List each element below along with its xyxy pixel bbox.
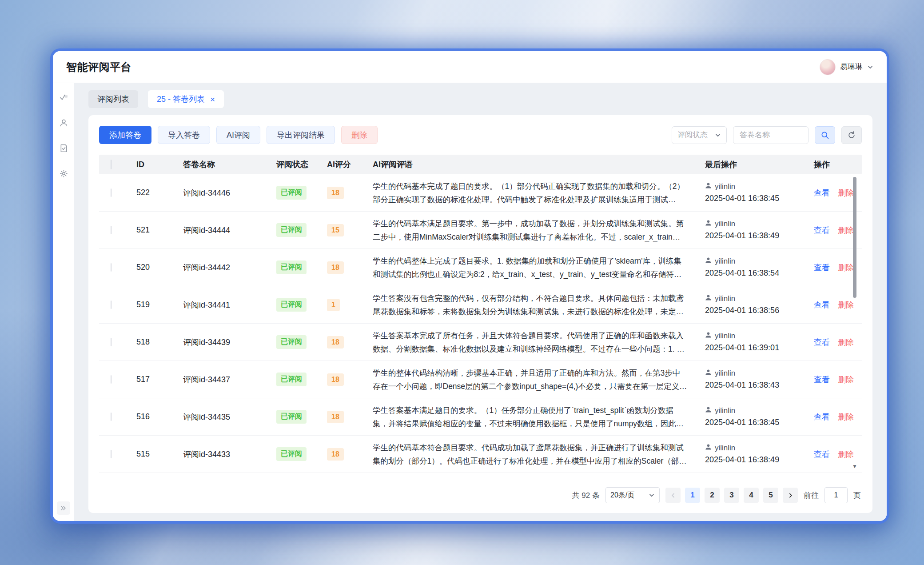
select-all-checkbox[interactable] xyxy=(111,160,112,169)
column-header-6: 操作 xyxy=(814,159,862,170)
score-badge: 1 xyxy=(327,299,340,311)
delete-link[interactable]: 删除 xyxy=(838,225,854,236)
answer-name-input[interactable] xyxy=(733,126,808,144)
view-link[interactable]: 查看 xyxy=(814,262,830,273)
row-checkbox-cell xyxy=(99,226,136,234)
cell-id: 518 xyxy=(136,337,183,347)
cell-last-operation: yilinlin2025-04-01 16:38:45 xyxy=(705,406,814,427)
row-checkbox[interactable] xyxy=(111,375,112,384)
cell-id: 522 xyxy=(136,188,183,197)
page-button-4[interactable]: 4 xyxy=(744,488,759,503)
row-checkbox[interactable] xyxy=(111,226,112,234)
next-page-button[interactable] xyxy=(783,488,798,503)
table-row: 516评阅id-34435已评阅18学生答案基本满足题目的要求。（1）任务部分正… xyxy=(99,398,862,436)
operator-name: yilinlin xyxy=(715,294,735,303)
add-answer-button[interactable]: 添加答卷 xyxy=(99,126,151,144)
view-link[interactable]: 查看 xyxy=(814,188,830,198)
status-badge: 已评阅 xyxy=(276,447,307,461)
page-size-select[interactable]: 20条/页 xyxy=(605,487,660,503)
page-button-3[interactable]: 3 xyxy=(724,488,739,503)
ai-review-button[interactable]: AI评阅 xyxy=(216,126,260,144)
view-link[interactable]: 查看 xyxy=(814,412,830,422)
operation-time: 2025-04-01 16:38:49 xyxy=(705,231,814,240)
import-answer-button[interactable]: 导入答卷 xyxy=(158,126,210,144)
sidebar xyxy=(53,83,74,521)
delete-link[interactable]: 删除 xyxy=(838,374,854,385)
row-checkbox-cell xyxy=(99,376,136,384)
cell-status: 已评阅 xyxy=(276,335,327,349)
person-icon xyxy=(705,332,712,341)
chevron-down-icon xyxy=(715,132,721,138)
row-checkbox[interactable] xyxy=(111,450,112,458)
view-link[interactable]: 查看 xyxy=(814,374,830,385)
operator-name: yilinlin xyxy=(715,257,735,266)
row-checkbox-cell xyxy=(99,301,136,309)
export-results-button[interactable]: 导出评阅结果 xyxy=(267,126,335,144)
row-checkbox[interactable] xyxy=(111,263,112,272)
view-link[interactable]: 查看 xyxy=(814,337,830,348)
operator: yilinlin xyxy=(705,220,814,228)
scroll-down-arrow-icon[interactable]: ▼ xyxy=(852,463,857,469)
row-checkbox[interactable] xyxy=(111,338,112,346)
status-badge: 已评阅 xyxy=(276,260,307,274)
page-button-5[interactable]: 5 xyxy=(763,488,778,503)
cell-status: 已评阅 xyxy=(276,260,327,274)
table-row: 520评阅id-34442已评阅18学生的代码整体上完成了题目要求。1. 数据集… xyxy=(99,249,862,286)
person-icon xyxy=(705,257,712,266)
page-button-2[interactable]: 2 xyxy=(705,488,720,503)
column-header-5: 最后操作 xyxy=(705,159,814,170)
view-link[interactable]: 查看 xyxy=(814,300,830,310)
cell-score: 18 xyxy=(327,261,373,274)
tab-label: 25 - 答卷列表 xyxy=(157,94,205,104)
table-scrollbar[interactable] xyxy=(853,177,856,298)
user-menu[interactable]: 易琳琳 xyxy=(820,59,873,75)
view-link[interactable]: 查看 xyxy=(814,449,830,460)
sidebar-expand-button[interactable] xyxy=(57,501,70,515)
cell-ai-comment: 学生答案没有包含完整的代码，仅有部分结构，不符合题目要求。具体问题包括：未加载鸢… xyxy=(373,292,705,318)
cell-actions: 查看删除 xyxy=(814,374,862,385)
operator: yilinlin xyxy=(705,294,814,303)
person-icon xyxy=(705,406,712,415)
prev-page-button[interactable] xyxy=(665,488,681,503)
delete-link[interactable]: 删除 xyxy=(838,188,854,198)
delete-link[interactable]: 删除 xyxy=(838,300,854,310)
score-badge: 18 xyxy=(327,373,344,386)
row-checkbox[interactable] xyxy=(111,413,112,421)
status-filter-select[interactable]: 评阅状态 xyxy=(672,126,727,144)
close-icon[interactable]: × xyxy=(210,95,215,104)
review-checklist-icon[interactable] xyxy=(59,93,68,102)
tab-answer-list[interactable]: 25 - 答卷列表 × xyxy=(148,90,224,108)
goto-page-input[interactable] xyxy=(824,487,848,503)
cell-ai-comment: 学生的代码整体上完成了题目要求。1. 数据集的加载和划分正确使用了'sklear… xyxy=(373,254,705,281)
tab-bar: 评阅列表 25 - 答卷列表 × xyxy=(88,90,872,108)
search-button[interactable] xyxy=(815,126,835,144)
cell-actions: 查看删除 xyxy=(814,300,862,310)
user-icon[interactable] xyxy=(59,118,68,128)
toolbar: 添加答卷导入答卷AI评阅导出评阅结果删除 评阅状态 xyxy=(99,126,862,144)
delete-button[interactable]: 删除 xyxy=(341,126,378,144)
row-checkbox-cell xyxy=(99,264,136,272)
avatar[interactable] xyxy=(820,59,836,75)
cell-actions: 查看删除 xyxy=(814,449,862,460)
cell-id: 521 xyxy=(136,225,183,235)
refresh-button[interactable] xyxy=(841,126,862,144)
person-icon xyxy=(705,182,712,191)
chevron-down-icon xyxy=(867,64,873,70)
page-size-value: 20条/页 xyxy=(610,491,634,500)
cell-answer-name: 评阅id-34437 xyxy=(183,374,276,385)
cell-last-operation: yilinlin2025-04-01 16:38:49 xyxy=(705,444,814,465)
delete-link[interactable]: 删除 xyxy=(838,412,854,422)
page-button-1[interactable]: 1 xyxy=(685,488,700,503)
view-link[interactable]: 查看 xyxy=(814,225,830,236)
row-checkbox[interactable] xyxy=(111,188,112,197)
document-check-icon[interactable] xyxy=(59,144,68,153)
delete-link[interactable]: 删除 xyxy=(838,337,854,348)
delete-link[interactable]: 删除 xyxy=(838,449,854,460)
tab-review-list[interactable]: 评阅列表 xyxy=(88,90,138,108)
settings-icon[interactable] xyxy=(59,169,68,178)
row-checkbox[interactable] xyxy=(111,301,112,309)
delete-link[interactable]: 删除 xyxy=(838,262,854,273)
person-icon xyxy=(705,369,712,378)
operator-name: yilinlin xyxy=(715,332,735,341)
search-icon xyxy=(820,131,829,140)
